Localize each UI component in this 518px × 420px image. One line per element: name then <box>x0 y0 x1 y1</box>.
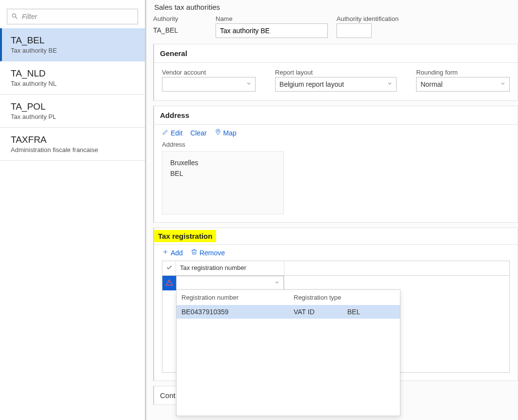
main: Sales tax authorities Authority TA_BEL N… <box>145 0 518 420</box>
clear-button[interactable]: Clear <box>190 129 206 137</box>
remove-button[interactable]: Remove <box>191 248 225 257</box>
report-label: Report layout <box>275 69 397 76</box>
select-all-checkbox[interactable] <box>162 261 176 275</box>
dd-col-regtype: Registration type <box>294 294 395 301</box>
report-value: Belgium report layout <box>275 77 397 92</box>
add-label: Add <box>171 249 183 257</box>
rounding-label: Rounding form <box>416 69 510 76</box>
edit-label: Edit <box>171 129 182 137</box>
col-regnum[interactable]: Tax registration number <box>176 261 284 275</box>
address-sublabel: Address <box>154 141 518 151</box>
dd-row-num: BE0437910359 <box>181 308 294 316</box>
list-item[interactable]: TAXFRA Administration fiscale francaise <box>0 128 145 161</box>
name-label: Name <box>216 15 328 22</box>
address-panel: Address Edit Clear Map Address Bruxelles… <box>153 106 518 223</box>
address-display: Bruxelles BEL <box>162 151 284 214</box>
list-item-desc: Tax authority NL <box>11 80 134 87</box>
auth-id-label: Authority identification <box>337 15 398 22</box>
dropdown-row[interactable]: BE0437910359 VAT ID BEL <box>177 305 400 319</box>
rounding-value: Normal <box>416 77 510 92</box>
dropdown-header: Registration number Registration type <box>177 290 400 305</box>
taxreg-title[interactable]: Tax registration <box>154 230 216 242</box>
name-input[interactable] <box>216 23 328 38</box>
list-item[interactable]: TA_BEL Tax authority BE <box>0 28 145 61</box>
list-item-desc: Tax authority BE <box>11 47 134 54</box>
taxreg-panel: Tax registration Add Remove Tax registra <box>153 228 518 381</box>
add-button[interactable]: Add <box>162 248 183 257</box>
auth-id-input[interactable] <box>337 23 372 38</box>
dd-col-regnum: Registration number <box>181 294 294 301</box>
filter-box[interactable] <box>7 9 138 24</box>
check-icon <box>166 264 173 272</box>
address-title[interactable]: Address <box>154 106 518 125</box>
edit-button[interactable]: Edit <box>162 129 182 137</box>
map-button[interactable]: Map <box>215 129 237 137</box>
map-icon <box>215 129 221 137</box>
address-line1: Bruxelles <box>170 157 276 168</box>
page-title: Sales tax authorities <box>154 3 518 11</box>
regnum-dropdown[interactable]: Registration number Registration type BE… <box>176 289 400 416</box>
list-item-desc: Administration fiscale francaise <box>11 146 134 153</box>
dd-row-type: VAT ID <box>294 308 347 316</box>
vendor-select[interactable] <box>162 77 256 92</box>
taxreg-grid: Tax registration number Registration num… <box>162 261 510 373</box>
chevron-down-icon <box>246 81 252 88</box>
warning-triangle-icon <box>165 279 173 288</box>
list-item-code: TA_NLD <box>11 68 134 79</box>
trash-icon <box>191 248 198 257</box>
regnum-input[interactable] <box>176 276 284 290</box>
chevron-down-icon[interactable] <box>274 280 280 287</box>
vendor-label: Vendor account <box>162 69 256 76</box>
filter-input[interactable] <box>21 12 134 21</box>
remove-label: Remove <box>199 249 225 257</box>
plus-icon <box>162 248 169 257</box>
vendor-value <box>162 77 256 92</box>
svg-point-2 <box>217 131 219 133</box>
authority-list: TA_BEL Tax authority BE TA_NLD Tax autho… <box>0 28 145 161</box>
search-icon <box>11 13 18 21</box>
general-title[interactable]: General <box>154 44 518 63</box>
report-select[interactable]: Belgium report layout <box>275 77 397 92</box>
svg-line-1 <box>16 17 18 19</box>
pencil-icon <box>162 129 169 137</box>
sidebar: TA_BEL Tax authority BE TA_NLD Tax autho… <box>0 0 145 420</box>
list-item-code: TA_POL <box>11 101 134 112</box>
list-item-desc: Tax authority PL <box>11 113 134 120</box>
authority-label: Authority <box>153 15 207 22</box>
header-fields: Authority TA_BEL Name Authority identifi… <box>153 15 518 38</box>
list-item-code: TAXFRA <box>11 134 134 145</box>
dd-row-country: BEL <box>347 308 395 316</box>
general-panel: General Vendor account Report layout Bel… <box>153 44 518 101</box>
list-item-code: TA_BEL <box>11 35 134 46</box>
map-label: Map <box>223 129 237 137</box>
clear-label: Clear <box>190 129 206 137</box>
row-warning <box>162 276 176 290</box>
list-item[interactable]: TA_POL Tax authority PL <box>0 95 145 128</box>
table-row[interactable] <box>162 276 509 290</box>
list-item[interactable]: TA_NLD Tax authority NL <box>0 61 145 95</box>
address-line2: BEL <box>170 168 276 179</box>
authority-value: TA_BEL <box>153 23 207 34</box>
rounding-select[interactable]: Normal <box>416 77 510 92</box>
chevron-down-icon <box>387 81 393 88</box>
svg-point-0 <box>12 14 16 17</box>
chevron-down-icon <box>500 81 506 88</box>
